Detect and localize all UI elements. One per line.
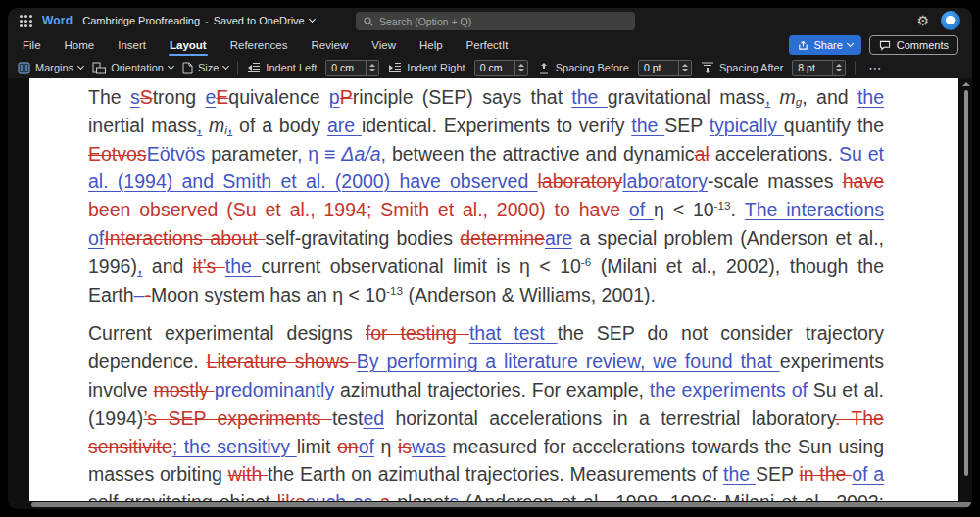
document-page[interactable]: The sStrong eEquivalence pPrinciple (SEP… <box>29 78 958 501</box>
text-run: quantify the <box>784 115 884 136</box>
deleted-text: S <box>140 86 153 108</box>
menu-home[interactable]: Home <box>64 35 96 55</box>
document-title-text: Cambridge Proofreading <box>82 15 200 26</box>
indent-right-label: Indent Right <box>407 62 465 73</box>
orientation-label: Orientation <box>111 62 164 73</box>
share-button[interactable]: Share <box>789 35 860 55</box>
vertical-scrollbar[interactable] <box>961 80 970 499</box>
text-run: limit <box>297 436 337 457</box>
comments-button[interactable]: Comments <box>869 35 958 55</box>
ribbon-menu-bar: File Home Insert Layout References Revie… <box>8 33 972 57</box>
document-text: The sStrong eEquivalence pPrinciple (SEP… <box>29 78 958 501</box>
indent-left-group: Indent Left <box>247 62 317 73</box>
inserted-text: of a <box>852 463 884 485</box>
spacing-after-input[interactable]: 8 pt <box>792 60 846 76</box>
inserted-text: p <box>329 86 340 108</box>
inserted-text: e <box>205 86 216 108</box>
inserted-text: s <box>130 86 140 108</box>
text-run: -6 <box>581 255 591 267</box>
inserted-text: such as <box>306 492 373 501</box>
orientation-dropdown[interactable]: Orientation <box>92 62 173 74</box>
inserted-text: are <box>327 115 362 136</box>
menu-help[interactable]: Help <box>418 35 444 55</box>
search-input[interactable]: Search (Option + Q) <box>356 12 635 30</box>
text-run: identical. Experiments to verify <box>362 115 631 136</box>
indent-right-stepper[interactable] <box>514 61 527 75</box>
deleted-text: ’s SEP experiments <box>143 407 332 429</box>
paragraph[interactable]: Current experimental designs for testing… <box>88 319 884 501</box>
page-size-icon <box>182 62 193 74</box>
inserted-text: By performing a literature review, we fo… <box>357 351 780 372</box>
size-dropdown[interactable]: Size <box>182 62 228 74</box>
orientation-icon <box>92 62 106 74</box>
menu-review[interactable]: Review <box>311 35 350 55</box>
spacing-before-input[interactable]: 0 pt <box>638 60 692 76</box>
text-run: quivalence <box>228 86 329 108</box>
paragraph[interactable]: The sStrong eEquivalence pPrinciple (SEP… <box>88 83 884 308</box>
toolbar-divider <box>855 61 856 75</box>
text-run: accelerations. <box>710 143 839 164</box>
text-run: trong <box>153 86 206 108</box>
deleted-text: in the <box>799 463 852 485</box>
inserted-text: the <box>631 115 664 136</box>
menu-view[interactable]: View <box>370 35 397 55</box>
deleted-text: mostly <box>154 379 215 400</box>
margins-icon <box>18 62 30 74</box>
deleted-text: with <box>228 463 268 485</box>
spacing-after-stepper[interactable] <box>832 61 845 75</box>
inserted-text: are <box>545 227 572 249</box>
text-run: -13 <box>386 283 403 296</box>
deleted-text: P <box>340 86 353 108</box>
chevron-down-icon <box>222 63 229 70</box>
inserted-text: the <box>225 256 262 277</box>
text-run: and <box>142 256 193 277</box>
app-name[interactable]: Word <box>42 14 73 27</box>
spacing-before-value: 0 pt <box>639 62 678 73</box>
spacing-after-group: Spacing After <box>701 62 783 74</box>
horizontal-scrollbar-thumb[interactable] <box>31 502 972 507</box>
inserted-text: of <box>629 199 654 220</box>
text-run: current observational limit is η < 10 <box>261 256 580 277</box>
deleted-text: al <box>695 143 710 164</box>
text-run: self-gravitating bodies <box>265 227 460 249</box>
text-run: the Earth on azimuthal trajectories. Mea… <box>268 463 723 485</box>
scroll-up-arrow-icon[interactable] <box>962 82 970 86</box>
inserted-text: , η ≡ <box>297 143 341 164</box>
menu-insert[interactable]: Insert <box>117 35 147 55</box>
search-icon <box>364 17 373 26</box>
text-run: gravitational mass <box>608 86 765 108</box>
toolbar-divider <box>237 61 238 75</box>
menu-layout[interactable]: Layout <box>169 35 208 55</box>
app-launcher-icon[interactable] <box>20 15 32 27</box>
indent-left-input[interactable]: 0 cm <box>325 60 379 76</box>
more-options-button[interactable]: ⋯ <box>864 61 886 75</box>
menu-file[interactable]: File <box>22 35 42 55</box>
settings-gear-icon[interactable]: ⚙ <box>916 14 929 27</box>
indent-left-stepper[interactable] <box>366 61 378 75</box>
spacing-after-icon <box>701 62 714 74</box>
inserted-text: the experiments of <box>650 379 813 400</box>
text-run: η < 10 <box>654 199 714 220</box>
horizontal-scrollbar[interactable] <box>29 502 972 508</box>
deleted-text: laboratory <box>538 170 623 192</box>
menu-references[interactable]: References <box>229 35 289 55</box>
text-run: Moon system has an η < 10 <box>151 284 386 306</box>
deleted-text: determine <box>460 227 545 249</box>
spacing-before-stepper[interactable] <box>678 61 691 75</box>
text-run: η <box>374 436 398 457</box>
text-run: test <box>332 407 363 429</box>
vertical-scrollbar-thumb[interactable] <box>964 90 968 476</box>
text-run: (Anderson & Williams, 2001). <box>403 284 656 306</box>
margins-dropdown[interactable]: Margins <box>18 62 83 74</box>
size-label: Size <box>198 62 219 73</box>
deleted-text: like <box>277 492 306 501</box>
indent-right-input[interactable]: 0 cm <box>474 60 528 76</box>
menu-perfectit[interactable]: PerfectIt <box>466 35 510 55</box>
inserted-text: the <box>571 86 607 108</box>
deleted-text: a <box>373 492 391 501</box>
deleted-text: on <box>337 436 359 457</box>
indent-left-label: Indent Left <box>266 62 317 73</box>
account-avatar[interactable] <box>941 11 960 30</box>
document-title[interactable]: Cambridge Proofreading - Saved to OneDri… <box>82 15 314 26</box>
title-separator: - <box>205 15 209 26</box>
